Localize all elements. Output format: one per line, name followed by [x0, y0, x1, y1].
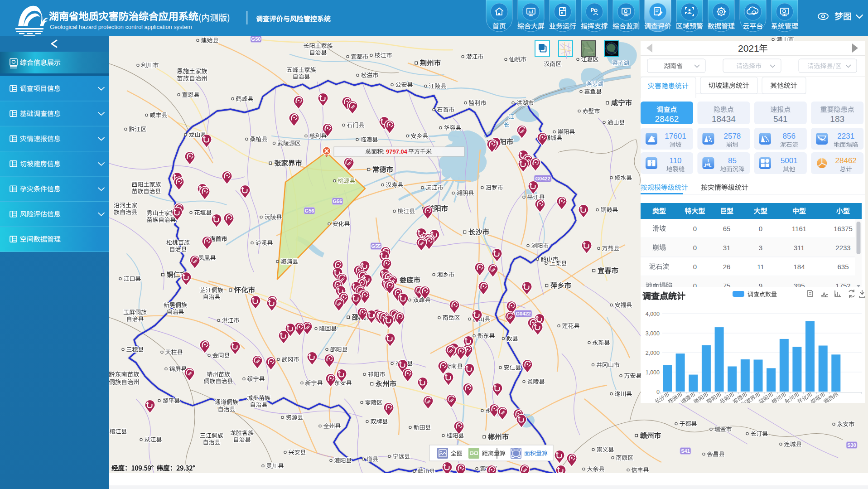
- svg-text:9797.04: 9797.04: [386, 148, 408, 155]
- svg-text:110: 110: [669, 156, 681, 165]
- svg-text:541: 541: [773, 114, 788, 124]
- svg-text:311: 311: [794, 244, 805, 252]
- svg-text:G50: G50: [251, 36, 261, 42]
- svg-text:635: 635: [837, 263, 849, 271]
- svg-text:P: P: [591, 7, 594, 13]
- svg-text:0: 0: [693, 244, 697, 252]
- svg-text:0: 0: [759, 225, 762, 232]
- svg-text:28462: 28462: [655, 114, 679, 124]
- svg-text:2,000: 2,000: [646, 350, 660, 356]
- svg-text:11: 11: [757, 263, 764, 271]
- svg-text:18434: 18434: [712, 114, 736, 124]
- svg-text:2231: 2231: [837, 132, 854, 140]
- svg-text:G56: G56: [305, 208, 314, 213]
- svg-text:85: 85: [728, 156, 737, 165]
- svg-text:3,000: 3,000: [646, 330, 660, 337]
- svg-text:Geological hazard protection c: Geological hazard protection control app…: [50, 24, 192, 30]
- svg-text:26: 26: [723, 263, 731, 271]
- svg-text:S30: S30: [847, 442, 856, 448]
- svg-text:17601: 17601: [665, 132, 686, 140]
- svg-text:28462: 28462: [835, 156, 857, 165]
- svg-text:S41: S41: [681, 448, 690, 454]
- svg-text:5001: 5001: [781, 156, 798, 165]
- svg-text:31: 31: [723, 244, 731, 252]
- svg-text:3: 3: [759, 244, 762, 252]
- svg-text:16375: 16375: [834, 225, 853, 232]
- svg-text:0: 0: [693, 263, 697, 271]
- svg-text:65: 65: [723, 225, 731, 232]
- svg-text:2233: 2233: [835, 244, 850, 252]
- svg-text:183: 183: [830, 114, 844, 124]
- svg-text:1161: 1161: [792, 225, 806, 232]
- svg-text:G0422: G0422: [516, 311, 530, 316]
- svg-text:0: 0: [693, 225, 697, 232]
- svg-text:1,000: 1,000: [646, 369, 660, 376]
- svg-text:856: 856: [783, 132, 796, 140]
- svg-text:0: 0: [656, 389, 660, 395]
- svg-text:184: 184: [793, 263, 805, 271]
- svg-text:G0422: G0422: [535, 176, 550, 181]
- svg-text:G55: G55: [371, 243, 381, 249]
- svg-text:G56: G56: [333, 199, 342, 204]
- svg-text:2021: 2021: [738, 43, 759, 53]
- svg-text:2578: 2578: [723, 132, 741, 140]
- svg-text:4,000: 4,000: [646, 311, 660, 317]
